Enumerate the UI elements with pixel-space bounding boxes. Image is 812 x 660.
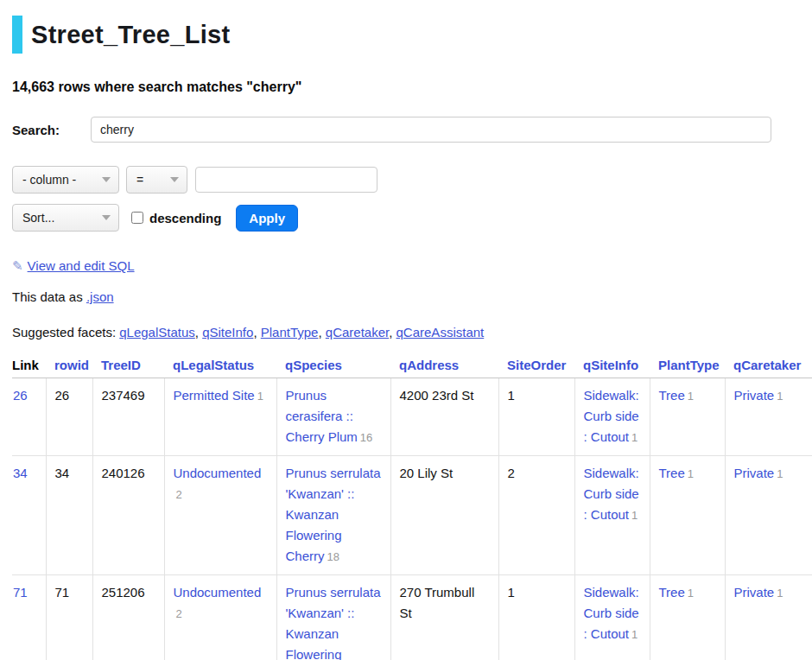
search-row: Search: — [12, 117, 812, 143]
filter-value-input[interactable] — [195, 167, 377, 193]
facet-link-qcareassistant[interactable]: qCareAssistant — [396, 325, 485, 340]
suggested-facets-row: Suggested facets: qLegalStatus, qSiteInf… — [12, 325, 812, 340]
chevron-down-icon — [102, 215, 111, 220]
fk-link[interactable]: Prunus serrulata 'Kwanzan' :: Kwanzan Fl… — [286, 466, 381, 563]
cell-planttype: Tree1 — [650, 378, 725, 456]
sort-select[interactable]: Sort... — [12, 204, 119, 232]
cell-rowid: 71 — [46, 575, 92, 660]
chevron-down-icon — [170, 177, 179, 182]
cell-qcaretaker: Private1 — [725, 378, 812, 456]
fk-link[interactable]: Tree — [659, 585, 685, 600]
fk-link[interactable]: Undocumented — [174, 585, 262, 600]
facet-link-qlegalstatus[interactable]: qLegalStatus — [119, 325, 195, 340]
search-label: Search: — [12, 123, 91, 137]
chevron-down-icon — [102, 177, 111, 182]
page-header: Street_Tree_List — [12, 16, 812, 54]
sort-qaddress-link[interactable]: qAddress — [399, 358, 459, 372]
sort-qcaretaker-link[interactable]: qCaretaker — [733, 358, 801, 372]
fk-id: 16 — [360, 431, 372, 444]
facets-prefix: Suggested facets: — [12, 325, 119, 340]
facet-link-qsiteinfo[interactable]: qSiteInfo — [202, 325, 253, 340]
cell-qspecies: Prunus serrulata 'Kwanzan' :: Kwanzan Fl… — [276, 575, 390, 660]
sort-qspecies-link[interactable]: qSpecies — [285, 358, 342, 372]
cell-rowid: 26 — [46, 378, 92, 456]
sort-planttype-link[interactable]: PlantType — [658, 358, 720, 372]
filter-column-select-value: - column - — [22, 173, 76, 187]
column-header-qsiteinfo: qSiteInfo — [574, 352, 650, 378]
sort-treeid-link[interactable]: TreeID — [101, 358, 141, 372]
pencil-icon: ✎ — [12, 258, 23, 273]
table-row: 26 26 237469 Permitted Site1 Prunus cera… — [12, 378, 812, 456]
apply-button[interactable]: Apply — [236, 205, 298, 232]
fk-link[interactable]: Prunus serrulata 'Kwanzan' :: Kwanzan Fl… — [286, 585, 381, 660]
fk-link[interactable]: Tree — [659, 466, 685, 480]
fk-link[interactable]: Prunus cerasifera :: Cherry Plum — [286, 388, 358, 444]
fk-id: 1 — [631, 431, 638, 444]
sort-qlegalstatus-link[interactable]: qLegalStatus — [173, 358, 254, 372]
cell-treeid: 240126 — [92, 456, 164, 575]
sort-select-value: Sort... — [22, 211, 54, 225]
cell-qlegalstatus: Permitted Site1 — [164, 378, 276, 456]
row-count-summary: 14,663 rows where search matches "cherry… — [12, 79, 812, 95]
column-header-qlegalstatus: qLegalStatus — [164, 352, 276, 378]
sort-siteorder-link[interactable]: SiteOrder — [507, 358, 566, 372]
sort-row: Sort... descending Apply — [12, 204, 812, 232]
column-header-planttype: PlantType — [650, 352, 725, 378]
row-link[interactable]: 26 — [13, 388, 28, 403]
results-table: Link rowid TreeID qLegalStatus qSpecies … — [12, 352, 812, 660]
column-header-qcaretaker: qCaretaker — [725, 352, 812, 378]
fk-link[interactable]: Private — [734, 388, 775, 403]
fk-id: 1 — [688, 587, 694, 600]
cell-qcaretaker: Private1 — [725, 575, 812, 660]
fk-id: 1 — [777, 467, 783, 480]
column-header-link: Link — [12, 352, 46, 378]
fk-link[interactable]: Private — [734, 585, 775, 600]
sort-qsiteinfo-link[interactable]: qSiteInfo — [583, 358, 638, 372]
row-link[interactable]: 34 — [13, 466, 28, 480]
cell-qaddress: 270 Trumbull St — [390, 575, 498, 660]
cell-planttype: Tree1 — [650, 456, 725, 575]
row-link[interactable]: 71 — [13, 585, 28, 600]
column-header-qspecies: qSpecies — [276, 352, 390, 378]
sort-rowid-link[interactable]: rowid — [54, 358, 89, 372]
fk-id: 1 — [688, 390, 694, 403]
fk-link[interactable]: Permitted Site — [174, 388, 255, 403]
facet-link-qcaretaker[interactable]: qCaretaker — [326, 325, 389, 340]
facet-separator: , — [389, 325, 396, 340]
cell-qaddress: 20 Lily St — [390, 456, 498, 575]
facet-link-planttype[interactable]: PlantType — [261, 325, 319, 340]
facet-separator: , — [318, 325, 325, 340]
fk-link[interactable]: Undocumented — [174, 466, 262, 480]
facet-separator: , — [195, 325, 202, 340]
cell-qspecies: Prunus serrulata 'Kwanzan' :: Kwanzan Fl… — [276, 456, 390, 575]
cell-qcaretaker: Private1 — [725, 456, 812, 575]
cell-siteorder: 1 — [498, 575, 574, 660]
search-input[interactable] — [91, 117, 771, 143]
page-container: Street_Tree_List 14,663 rows where searc… — [0, 0, 812, 660]
json-link[interactable]: .json — [86, 289, 114, 304]
view-edit-sql-link[interactable]: View and edit SQL — [28, 258, 135, 273]
filter-operator-select[interactable]: = — [126, 166, 187, 194]
fk-id: 1 — [777, 587, 783, 600]
filter-column-select[interactable]: - column - — [12, 166, 119, 194]
cell-siteorder: 2 — [498, 456, 574, 575]
descending-checkbox[interactable] — [131, 212, 143, 224]
fk-id: 2 — [176, 607, 182, 620]
cell-qsiteinfo: Sidewalk: Curb side : Cutout1 — [574, 456, 650, 575]
cell-qlegalstatus: Undocumented2 — [164, 456, 276, 575]
cell-qaddress: 4200 23rd St — [390, 378, 498, 456]
column-header-qaddress: qAddress — [390, 352, 498, 378]
accent-bar — [12, 16, 22, 54]
column-header-rowid: rowid — [46, 352, 92, 378]
cell-link: 34 — [12, 456, 46, 575]
fk-id: 18 — [327, 550, 339, 563]
cell-treeid: 237469 — [92, 378, 164, 456]
column-header-siteorder: SiteOrder — [498, 352, 574, 378]
fk-id: 1 — [777, 390, 783, 403]
fk-link[interactable]: Tree — [659, 388, 685, 403]
fk-id: 1 — [688, 467, 694, 480]
cell-qspecies: Prunus cerasifera :: Cherry Plum16 — [276, 378, 390, 456]
cell-qsiteinfo: Sidewalk: Curb side : Cutout1 — [574, 378, 650, 456]
facet-separator: , — [253, 325, 260, 340]
fk-link[interactable]: Private — [734, 466, 775, 480]
